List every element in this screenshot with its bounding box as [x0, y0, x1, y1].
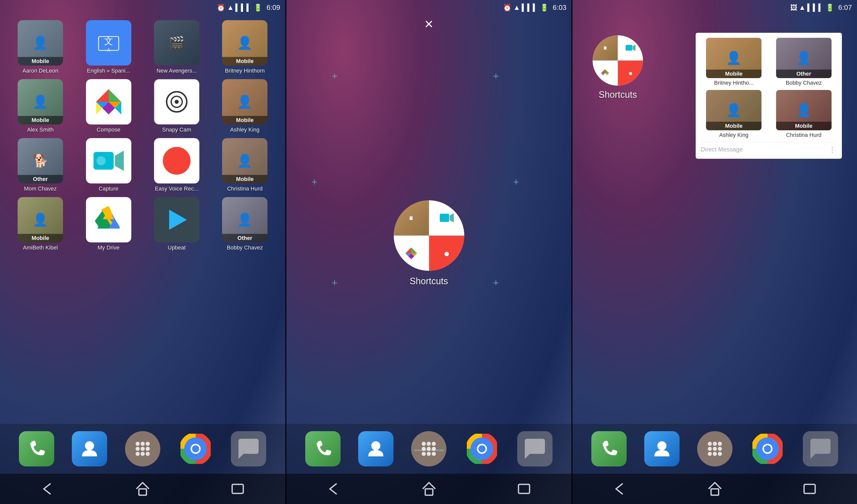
- left-dock: [0, 423, 285, 474]
- popup-dots: ⋮: [828, 145, 837, 154]
- popup-bobby[interactable]: 👤 Other Bobby Chavez: [771, 38, 837, 86]
- m-apps-icon: [419, 439, 439, 459]
- ashley-name: Ashley King: [230, 127, 259, 133]
- shortcuts-circle-right[interactable]: 📋 ●: [593, 35, 643, 86]
- popup-footer: Direct Message ⋮: [701, 142, 837, 154]
- popup-christina[interactable]: 👤 Mobile Christina Hurd: [771, 90, 837, 138]
- left-home-btn[interactable]: [133, 479, 153, 499]
- app-capture[interactable]: Capture: [75, 138, 141, 192]
- snapycam-name: Snapy Cam: [162, 127, 191, 133]
- svg-point-62: [422, 442, 426, 446]
- svg-point-92: [708, 447, 712, 451]
- app-alex-smith[interactable]: 👤 Mobile Alex Smith: [7, 79, 73, 133]
- mom-name: Mom Chavez: [24, 185, 57, 192]
- messages-icon: [236, 436, 261, 461]
- recents-icon: [230, 481, 245, 497]
- right-status-bar: 🖼 ▲ ▍▍▍ 🔋 6:07: [572, 0, 857, 15]
- app-christina[interactable]: 👤 Mobile Christina Hurd: [212, 138, 278, 192]
- snapycam-svg: [160, 85, 193, 118]
- r-dock-phone[interactable]: [591, 431, 627, 467]
- app-easy-voice[interactable]: Easy Voice Rec...: [144, 138, 209, 192]
- app-compose[interactable]: Compose: [75, 79, 141, 133]
- svg-point-63: [427, 442, 431, 446]
- m-dock-chrome[interactable]: [464, 431, 500, 467]
- svg-rect-51: [232, 484, 243, 493]
- svg-rect-105: [711, 489, 719, 495]
- dock-messages[interactable]: [231, 431, 266, 467]
- left-back-btn[interactable]: [37, 479, 58, 499]
- app-my-drive[interactable]: My Drive: [75, 197, 141, 251]
- dock-chrome[interactable]: [178, 431, 213, 467]
- app-mom-chavez[interactable]: 🐕 Other Mom Chavez: [7, 138, 73, 192]
- bobby-name: Bobby Chavez: [227, 245, 263, 251]
- m-recents-icon: [517, 481, 532, 497]
- svg-point-89: [708, 442, 712, 446]
- popup-britney[interactable]: 👤 Mobile Britney Hintho...: [701, 38, 767, 86]
- middle-back-btn[interactable]: [324, 479, 344, 499]
- app-bobby-chavez[interactable]: 👤 Other Bobby Chavez: [212, 197, 278, 251]
- right-back-btn[interactable]: [610, 479, 630, 499]
- amibeth-name: AmiBeth Kibel: [23, 245, 58, 251]
- shortcuts-widget-center[interactable]: 📋: [394, 200, 464, 287]
- popup-grid: 👤 Mobile Britney Hintho... 👤 Other Bobby…: [701, 38, 837, 138]
- music-svg: [159, 202, 194, 237]
- back-icon: [40, 481, 55, 497]
- svg-point-104: [764, 445, 771, 452]
- popup-christina-label: Mobile: [776, 122, 831, 130]
- r-home-icon: [707, 481, 722, 497]
- close-button[interactable]: ×: [424, 15, 433, 33]
- r-apps-icon: [705, 439, 725, 459]
- svg-point-40: [136, 452, 140, 456]
- app-snapycam[interactable]: Snapy Cam: [144, 79, 209, 133]
- svg-point-37: [136, 447, 140, 451]
- svg-point-90: [713, 442, 717, 446]
- mom-label: Other: [18, 175, 63, 183]
- r-dock-chrome[interactable]: [750, 431, 785, 467]
- dock-phone[interactable]: [19, 431, 54, 467]
- home-icon: [135, 481, 150, 497]
- m-chrome-icon: [467, 434, 497, 464]
- m-signal-icon: ▍▍▍: [522, 3, 538, 12]
- r-dock-contacts[interactable]: [644, 431, 679, 467]
- svg-point-88: [657, 441, 667, 450]
- dock-contacts[interactable]: [72, 431, 107, 467]
- left-status-icons: ⏰ ▲ ▍▍▍ 🔋 6:09: [217, 3, 280, 12]
- m-dock-apps[interactable]: [411, 431, 447, 467]
- r-recents-icon: [802, 481, 817, 497]
- app-translate[interactable]: 文 A English » Spani...: [75, 20, 141, 74]
- mydrive-name: My Drive: [98, 245, 119, 251]
- m-dock-contacts[interactable]: [358, 431, 393, 467]
- britney-name: Britney Hinthorn: [225, 68, 265, 74]
- popup-ashley-label: Mobile: [706, 122, 761, 130]
- r-back-icon: [612, 481, 627, 497]
- svg-point-94: [718, 447, 722, 451]
- r-dock-messages[interactable]: [803, 431, 838, 467]
- right-recents-btn[interactable]: [800, 479, 820, 499]
- r-videocam-icon: [625, 42, 636, 53]
- svg-point-77: [478, 445, 486, 452]
- redcircle-svg: [159, 143, 194, 179]
- app-new-avengers[interactable]: 🎬 New Avengers...: [144, 20, 209, 74]
- capture-name: Capture: [99, 185, 118, 192]
- popup-ashley-name: Ashley King: [719, 132, 749, 138]
- dock-apps[interactable]: [125, 431, 160, 467]
- shortcuts-widget-right[interactable]: 📋 ●: [593, 35, 643, 100]
- app-britney[interactable]: 👤 Mobile Britney Hinthorn: [212, 20, 278, 74]
- app-aaron-deleon[interactable]: 👤 Mobile Aaron DeLeon: [7, 20, 73, 74]
- app-ashley[interactable]: 👤 Mobile Ashley King: [212, 79, 278, 133]
- m-home-icon: [421, 481, 437, 497]
- r-dock-apps[interactable]: [697, 431, 733, 467]
- m-dock-phone[interactable]: [305, 431, 340, 467]
- right-home-btn[interactable]: [705, 479, 725, 499]
- app-amibeth[interactable]: 👤 Mobile AmiBeth Kibel: [7, 197, 73, 251]
- app-upbeat[interactable]: Upbeat: [144, 197, 209, 251]
- drive-svg: [91, 202, 126, 237]
- left-recents-btn[interactable]: [228, 479, 248, 499]
- popup-ashley[interactable]: 👤 Mobile Ashley King: [701, 90, 767, 138]
- shortcuts-label-center: Shortcuts: [409, 276, 448, 287]
- shortcuts-circle-center[interactable]: 📋: [394, 200, 464, 271]
- middle-home-btn[interactable]: [419, 479, 439, 499]
- middle-recents-btn[interactable]: [514, 479, 534, 499]
- m-dock-messages[interactable]: [517, 431, 553, 467]
- m-back-icon: [326, 481, 341, 497]
